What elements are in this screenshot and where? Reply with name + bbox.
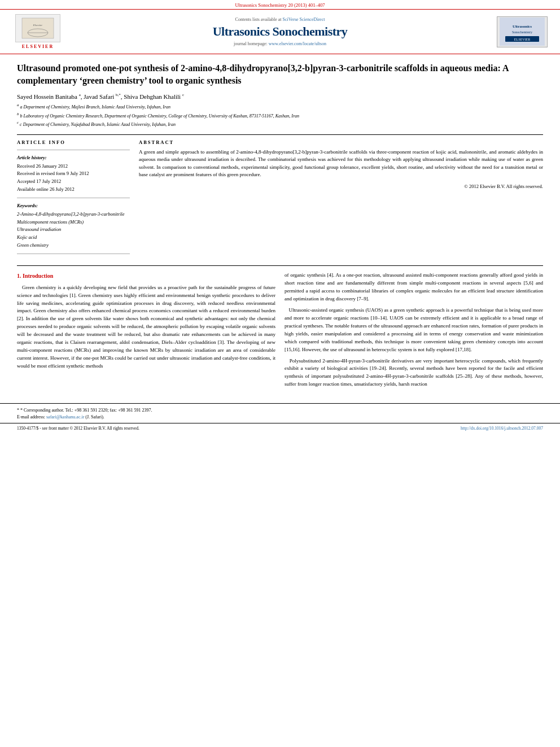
bottom-bar: 1350-4177/$ - see front matter © 2012 El…	[0, 423, 560, 433]
article-info-col: ARTICLE INFO Article history: Received 2…	[17, 139, 130, 259]
main-content: Ultrasound promoted one-pot synthesis of…	[0, 54, 560, 397]
page-wrapper: Ultrasonics Sonochemistry 20 (2013) 401–…	[0, 0, 560, 433]
divider-3	[17, 254, 130, 254]
elsevier-label: ELSEVIER	[22, 44, 54, 49]
keywords-label: Keywords:	[17, 203, 130, 208]
footnote-corresponding: * * Corresponding author. Tel.: +98 361 …	[17, 407, 543, 414]
intro-heading: 1. Introduction	[17, 272, 275, 281]
scidirect-link: SciVerse ScienceDirect	[283, 17, 325, 22]
journal-logo-svg: Ultrasonics Sonochemistry ELSEVIER	[500, 18, 545, 46]
author-safari: Javad Safari b,*,	[84, 93, 122, 100]
elsevier-emblem: Elsevier	[15, 14, 60, 42]
email-author: (J. Safari).	[85, 414, 104, 420]
journal-title: Ultrasonics Sonochemistry	[69, 24, 491, 39]
svg-text:Sonochemistry: Sonochemistry	[512, 30, 532, 34]
available-date: Available online 26 July 2012	[17, 186, 130, 194]
journal-reference-bar: Ultrasonics Sonochemistry 20 (2013) 401–…	[0, 0, 560, 9]
intro-para-3: Ultrasonic-assisted organic synthesis (U…	[285, 307, 543, 354]
affiliation-c: c c Department of Chemistry, Najafabad B…	[17, 120, 543, 128]
doi-url: http://dx.doi.org/10.1016/j.ultsonch.201…	[461, 426, 543, 431]
footer-section: * * Corresponding author. Tel.: +98 361 …	[0, 403, 560, 423]
scidirect-line: Contents lists available at SciVerse Sci…	[69, 17, 491, 22]
para-1-text: Green chemistry is a quickly developing …	[17, 285, 275, 369]
keyword-1: 2-Amino-4,8-dihydropyrano[3,2-b]pyran-3-…	[17, 211, 130, 219]
accepted-date: Accepted 17 July 2012	[17, 178, 130, 186]
author-banitaba: Sayed Hossein Banitaba a,	[17, 93, 82, 100]
journal-logo-box: Ultrasonics Sonochemistry ELSEVIER	[497, 16, 548, 47]
doi-line: http://dx.doi.org/10.1016/j.ultsonch.201…	[461, 426, 543, 431]
scidirect-prefix: Contents lists available at	[235, 17, 282, 22]
elsevier-logo-area: Elsevier ELSEVIER	[7, 14, 69, 49]
author-khalili: Shiva Dehghan Khalili c	[124, 93, 184, 100]
journal-reference-text: Ultrasonics Sonochemistry 20 (2013) 401–…	[235, 2, 325, 8]
received-date: Received 26 January 2012	[17, 163, 130, 171]
abstract-text: A green and simple approach to assemblin…	[139, 148, 543, 179]
svg-text:ELSEVIER: ELSEVIER	[514, 38, 530, 41]
homepage-url: www.elsevier.com/locate/ultson	[269, 41, 326, 46]
footnote-corresponding-text: * Corresponding author. Tel.: +98 361 59…	[20, 408, 152, 413]
svg-text:Ultrasonics: Ultrasonics	[513, 24, 532, 29]
body-col-left: 1. Introduction Green chemistry is a qui…	[17, 272, 275, 392]
intro-para-1: Green chemistry is a quickly developing …	[17, 284, 275, 370]
body-section: 1. Introduction Green chemistry is a qui…	[17, 265, 543, 392]
para-4-indent	[285, 358, 290, 364]
para-1-indent	[17, 285, 22, 290]
authors-line: Sayed Hossein Banitaba a, Javad Safari b…	[17, 93, 543, 101]
divider-2	[17, 198, 130, 198]
info-abstract-section: ARTICLE INFO Article history: Received 2…	[17, 134, 543, 259]
article-title: Ultrasound promoted one-pot synthesis of…	[17, 62, 543, 88]
para-2-text: of organic synthesis [4]. As a one-pot r…	[285, 272, 543, 302]
keyword-5: Green chemistry	[17, 242, 130, 250]
svg-rect-0	[22, 18, 54, 38]
issn-line: 1350-4177/$ - see front matter © 2012 El…	[17, 426, 139, 431]
intro-para-2: of organic synthesis [4]. As a one-pot r…	[285, 272, 543, 303]
elsevier-svg: Elsevier	[21, 17, 55, 40]
para-4-text: Polysubstituted 2-amino-4H-pyran-3-carbo…	[285, 358, 543, 387]
journal-header-center: Contents lists available at SciVerse Sci…	[69, 17, 491, 46]
journal-header: Elsevier ELSEVIER Contents lists availab…	[0, 9, 560, 54]
affiliation-b: b b Laboratory of Organic Chemistry Rese…	[17, 111, 543, 120]
body-col-right: of organic synthesis [4]. As a one-pot r…	[285, 272, 543, 392]
history-label: Article history:	[17, 155, 130, 160]
affiliation-a: a a Department of Chemistry, Majlesi Bra…	[17, 102, 543, 111]
email-address: safari@kashanu.ac.ir	[46, 414, 84, 420]
intro-para-4: Polysubstituted 2-amino-4H-pyran-3-carbo…	[285, 357, 543, 389]
homepage-label: journal homepage:	[234, 41, 268, 46]
svg-text:Elsevier: Elsevier	[33, 24, 42, 27]
keyword-3: Ultrasound irradiation	[17, 226, 130, 234]
abstract-label: ABSTRACT	[139, 139, 543, 145]
abstract-col: ABSTRACT A green and simple approach to …	[139, 139, 543, 259]
journal-logo-area: Ultrasonics Sonochemistry ELSEVIER	[491, 16, 553, 47]
email-label: E-mail address:	[17, 414, 45, 420]
keyword-4: Kojic acid	[17, 234, 130, 242]
article-info-label: ARTICLE INFO	[17, 139, 130, 145]
affiliations: a a Department of Chemistry, Majlesi Bra…	[17, 102, 543, 128]
copyright-line: © 2012 Elsevier B.V. All rights reserved…	[139, 184, 543, 189]
para-3-text: Ultrasonic-assisted organic synthesis (U…	[285, 307, 543, 352]
revised-date: Received in revised form 9 July 2012	[17, 170, 130, 178]
journal-homepage: journal homepage: www.elsevier.com/locat…	[69, 41, 491, 46]
para-3-indent	[285, 307, 289, 313]
footnote-email: E-mail address: safari@kashanu.ac.ir (J.…	[17, 414, 543, 421]
divider-1	[17, 150, 130, 150]
keyword-2: Multicomponent reactions (MCRs)	[17, 219, 130, 226]
